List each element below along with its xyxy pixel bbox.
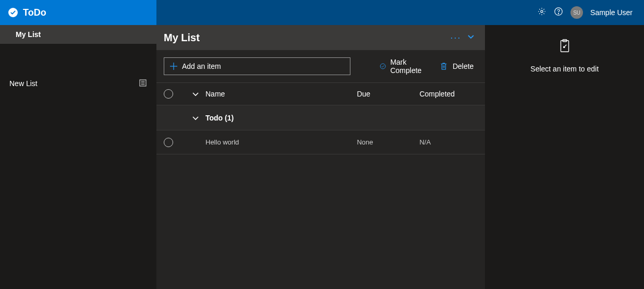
group-expand-toggle[interactable] (186, 114, 205, 122)
toolbar: Add an item Mark Complete (156, 50, 485, 82)
brand-section[interactable]: ToDo (0, 0, 156, 25)
new-list-button[interactable]: New List (0, 74, 156, 93)
row-completed: N/A (419, 138, 478, 146)
mark-complete-label: Mark Complete (390, 58, 424, 75)
row-name: Hello world (205, 138, 357, 146)
topbar: ToDo SU Sample User (0, 0, 644, 25)
col-header-name[interactable]: Name (205, 90, 357, 98)
delete-button[interactable]: Delete (439, 62, 473, 71)
row-select-radio[interactable] (164, 138, 173, 147)
new-list-label: New List (9, 79, 38, 88)
add-item-label: Add an item (182, 62, 221, 70)
add-item-button[interactable]: Add an item (164, 57, 350, 75)
app-title: ToDo (23, 7, 46, 18)
group-row[interactable]: Todo (1) (156, 105, 485, 130)
sidebar-list-item[interactable]: My List (0, 25, 156, 44)
detail-panel: Select an item to edit (485, 25, 644, 289)
detail-empty-text: Select an item to edit (530, 65, 599, 73)
gear-icon[interactable] (537, 7, 546, 18)
help-icon[interactable] (554, 7, 563, 18)
app-logo-icon (8, 8, 18, 17)
row-due: None (357, 138, 419, 146)
sidebar: My List New List (0, 25, 156, 289)
form-icon (139, 79, 147, 89)
col-header-completed[interactable]: Completed (419, 90, 478, 98)
expand-all-toggle[interactable] (186, 90, 205, 98)
select-all-radio[interactable] (164, 89, 173, 99)
svg-point-9 (380, 64, 385, 69)
mark-complete-button[interactable]: Mark Complete (380, 58, 424, 75)
clipboard-icon (558, 39, 572, 55)
main-panel: My List ··· Add an item Mark Comp (156, 25, 485, 289)
main-header: My List ··· (156, 25, 485, 50)
collapse-icon[interactable] (467, 33, 475, 42)
table-header-row: Name Due Completed (156, 82, 485, 105)
items-table: Name Due Completed Todo (1) Hello world … (156, 82, 485, 154)
more-menu-icon[interactable]: ··· (450, 33, 461, 42)
col-header-due[interactable]: Due (357, 90, 419, 98)
table-row[interactable]: Hello world None N/A (156, 130, 485, 154)
delete-label: Delete (453, 62, 473, 70)
avatar[interactable]: SU (570, 6, 583, 19)
user-name: Sample User (590, 8, 633, 17)
svg-point-0 (541, 10, 543, 13)
sidebar-list-label: My List (16, 30, 41, 39)
page-title: My List (164, 32, 450, 44)
svg-point-2 (558, 13, 559, 14)
group-label: Todo (1) (205, 114, 234, 122)
